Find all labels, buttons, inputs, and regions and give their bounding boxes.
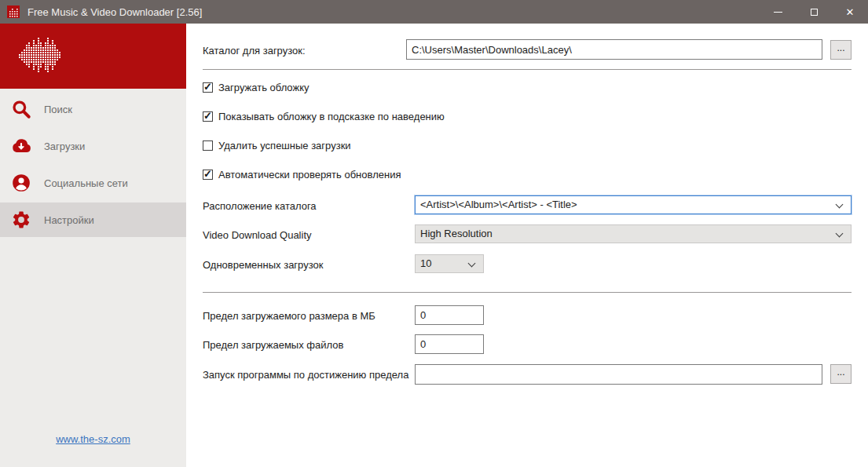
checkbox[interactable]: ✓ [203, 82, 213, 93]
chevron-down-icon [836, 201, 844, 209]
checkbox-label: Автоматически проверять обновления [218, 169, 401, 181]
sidebar-item-label: Социальные сети [44, 177, 128, 189]
minimize-button[interactable] [760, 0, 796, 24]
checkbox-row-auto-update[interactable]: ✓ Автоматически проверять обновления [203, 168, 401, 181]
checkbox[interactable]: ✓ [203, 111, 213, 122]
video-quality-combobox[interactable]: High Resolution [415, 224, 852, 243]
close-icon: ✕ [846, 7, 855, 17]
sidebar-item-downloads[interactable]: Загрузки [0, 129, 186, 163]
search-icon [11, 99, 31, 119]
checkbox-row-show-cover-tooltip[interactable]: ✓ Показывать обложку в подсказке по наве… [203, 110, 445, 122]
sidebar-item-social[interactable]: Социальные сети [0, 166, 186, 200]
sidebar-item-settings[interactable]: Настройки [0, 202, 186, 237]
checkbox[interactable]: ✓ [203, 140, 213, 151]
user-icon [11, 173, 31, 193]
checkmark-icon: ✓ [203, 81, 212, 93]
sidebar-item-search[interactable]: Поиск [0, 92, 186, 126]
brand-header [0, 24, 186, 89]
waveform-logo-icon [19, 38, 64, 75]
website-link[interactable]: www.the-sz.com [0, 433, 186, 445]
app-logo-icon [7, 5, 20, 18]
sidebar-item-label: Настройки [44, 214, 94, 226]
checkbox[interactable]: ✓ [203, 170, 213, 180]
checkbox-label: Удалить успешные загрузки [218, 140, 351, 151]
app-window: Free Music & Video Downloader [2.56] ✕ [0, 0, 868, 467]
chevron-down-icon [836, 230, 844, 238]
size-limit-input[interactable] [415, 305, 484, 325]
checkbox-label: Показывать обложку в подсказке по наведе… [218, 111, 445, 122]
checkmark-icon: ✓ [203, 168, 212, 180]
concurrent-downloads-value: 10 [420, 257, 431, 269]
title-bar: Free Music & Video Downloader [2.56] ✕ [0, 0, 868, 24]
concurrent-downloads-label: Одновременных загрузок [203, 259, 323, 271]
gear-icon [11, 210, 31, 230]
maximize-icon [811, 9, 818, 16]
maximize-button[interactable] [796, 0, 832, 24]
sidebar-item-label: Поиск [44, 104, 72, 115]
video-quality-value: High Resolution [420, 228, 493, 239]
concurrent-downloads-combobox[interactable]: 10 [415, 254, 484, 273]
run-program-browse-button[interactable]: ... [830, 364, 852, 384]
folder-layout-combobox[interactable]: <Artist>\<Album>\<Artist> - <Title> [415, 195, 852, 214]
sidebar-item-label: Загрузки [44, 140, 85, 152]
download-folder-label: Каталог для загрузок: [203, 45, 306, 57]
sidebar: Поиск Загрузки Социальные сети Настройки… [0, 24, 186, 467]
download-folder-input[interactable] [406, 39, 822, 60]
checkbox-row-remove-successful[interactable]: ✓ Удалить успешные загрузки [203, 139, 351, 151]
video-quality-label: Video Download Quality [203, 229, 312, 241]
section-divider [203, 69, 852, 70]
checkmark-icon: ✓ [203, 110, 212, 122]
section-divider [203, 292, 852, 293]
checkbox-row-download-cover[interactable]: ✓ Загружать обложку [203, 81, 309, 93]
minimize-icon [774, 12, 782, 13]
files-limit-input[interactable] [415, 334, 484, 354]
run-program-input[interactable] [415, 364, 822, 385]
cloud-download-icon [11, 136, 31, 156]
run-program-label: Запуск программы по достижению предела [203, 369, 408, 381]
folder-layout-label: Расположение каталога [203, 200, 317, 212]
download-folder-browse-button[interactable]: ... [830, 40, 852, 60]
checkbox-label: Загружать обложку [218, 82, 309, 93]
close-button[interactable]: ✕ [832, 0, 868, 24]
size-limit-label: Предел загружаемого размера в МБ [203, 310, 375, 322]
settings-panel: Каталог для загрузок: ... ✓ Загружать об… [186, 24, 868, 467]
files-limit-label: Предел загружаемых файлов [203, 339, 343, 351]
window-title: Free Music & Video Downloader [2.56] [27, 6, 202, 18]
window-controls: ✕ [760, 0, 868, 24]
folder-layout-value: <Artist>\<Album>\<Artist> - <Title> [420, 199, 577, 210]
chevron-down-icon [468, 260, 476, 268]
